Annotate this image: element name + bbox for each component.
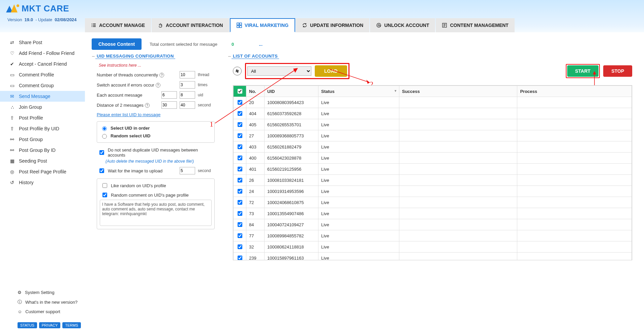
stop-button[interactable]: STOP (603, 65, 632, 77)
sidebar-item-post-profile-uid[interactable]: ⇧Post Profile By UID (0, 123, 85, 134)
table-row[interactable]: 26100081033824181Live (234, 175, 632, 186)
row-success (399, 119, 517, 130)
row-no: 27 (246, 130, 265, 141)
table-row[interactable]: 24100019314953596Live (234, 186, 632, 197)
table-row[interactable]: 40161560219125956Live (234, 164, 632, 175)
row-no: 403 (246, 141, 265, 153)
sidebar-item-post-profile[interactable]: ⇧Post Profile (0, 112, 85, 123)
row-uid: 100089984855782 (265, 230, 318, 241)
row-status: Live (318, 197, 399, 208)
tab-unlock-account[interactable]: UNLOCK ACCOUNT (370, 18, 435, 32)
sidebar-item-post-reel[interactable]: ◎Post Reel Page Profile (0, 166, 85, 177)
help-icon[interactable]: ? (159, 73, 164, 77)
row-success (399, 130, 517, 141)
row-checkbox[interactable] (234, 175, 246, 186)
enter-uid-list-link[interactable]: Please enter list UID to message (97, 112, 160, 117)
dist-to-input[interactable] (180, 101, 195, 109)
table-row[interactable]: 73100013554907486Live (234, 208, 632, 219)
row-checkbox[interactable] (234, 208, 246, 219)
each-to-input[interactable] (180, 91, 195, 99)
chevron-down-icon[interactable]: ▾ (395, 89, 396, 93)
row-checkbox[interactable] (234, 153, 246, 164)
row-no: 400 (246, 153, 265, 164)
col-success[interactable]: Success (399, 86, 517, 97)
row-uid: 100013554907486 (265, 208, 318, 219)
upload-icon: ⇧ (10, 115, 16, 121)
random-actions-box: Like random on UID's profile Random comm… (97, 178, 215, 229)
row-process (517, 208, 632, 219)
table-row[interactable]: 77100089984855782Live (234, 230, 632, 241)
row-checkbox[interactable] (234, 164, 246, 175)
sidebar-item-comment-profile[interactable]: ▭Comment Profile (0, 69, 85, 80)
col-status[interactable]: Status▾ (318, 86, 399, 97)
whats-new-link[interactable]: ⓘWhat's in the new version? (18, 297, 78, 307)
table-row[interactable]: 27100089368805773Live (234, 130, 632, 141)
row-checkbox[interactable] (234, 219, 246, 230)
row-success (399, 208, 517, 219)
help-icon[interactable]: ? (145, 103, 150, 108)
dist-from-input[interactable] (161, 101, 177, 109)
switch-input[interactable] (180, 81, 195, 89)
radio-random[interactable] (102, 134, 107, 139)
sidebar-item-post-group[interactable]: ⚯Post Group (0, 134, 85, 145)
row-checkbox[interactable] (234, 230, 246, 241)
table-row[interactable]: 40361560261882479Live (234, 141, 632, 153)
sidebar-item-add-friend[interactable]: ♡Add Friend - Follow Friend (0, 48, 85, 59)
table-row[interactable]: 40061560423028878Live (234, 153, 632, 164)
tab-update-information[interactable]: UPDATE INFORMATION (296, 18, 369, 32)
table-row[interactable]: 84100040724109427Live (234, 219, 632, 230)
radio-order[interactable] (102, 126, 107, 131)
sidebar-item-post-group-id[interactable]: ⚯Post Group By ID (0, 145, 85, 156)
row-process (517, 141, 632, 153)
pill-status[interactable]: STATUS (18, 322, 37, 328)
sidebar-item-comment-group[interactable]: ▭Comment Group (0, 80, 85, 91)
choose-content-button[interactable]: Choose Content (92, 38, 142, 50)
row-status: Live (318, 219, 399, 230)
brand-name: MKT CARE (22, 3, 69, 14)
checkbox-random-comment-label: Random comment on UID's page profile (111, 193, 189, 198)
sidebar-item-seeding-post[interactable]: ▦Seeding Post (0, 156, 85, 166)
content-more-link[interactable]: ... (259, 42, 263, 47)
checkbox-nodup[interactable] (99, 150, 104, 155)
row-checkbox[interactable] (234, 186, 246, 197)
sidebar-item-history[interactable]: ↺History (0, 177, 85, 188)
row-process (517, 119, 632, 130)
row-checkbox[interactable] (234, 253, 246, 261)
row-checkbox[interactable] (234, 241, 246, 253)
threads-input[interactable] (180, 71, 195, 78)
wait-seconds-input[interactable] (180, 167, 195, 174)
tab-account-manage[interactable]: ACCOUNT MANAGE (85, 18, 151, 32)
row-checkbox[interactable] (234, 197, 246, 208)
system-setting-link[interactable]: ⚙System Setting (18, 288, 78, 297)
tab-account-interaction[interactable]: ACCOUNT INTERACTION (152, 18, 229, 32)
table-row[interactable]: 239100015897961163Live (234, 253, 632, 261)
row-uid: 100019314953596 (265, 186, 318, 197)
help-icon[interactable]: ? (156, 83, 160, 88)
pill-terms[interactable]: TERMS (62, 322, 81, 328)
tab-content-management[interactable]: CONTENT MANAGEMENT (436, 18, 514, 32)
sidebar-item-share-post[interactable]: ⇄Share Post (0, 37, 85, 48)
each-from-input[interactable] (161, 91, 177, 99)
pill-privacy[interactable]: PRIVACY (39, 322, 60, 328)
comment-text-area[interactable] (100, 200, 212, 226)
total-content-count: 0 (232, 42, 234, 47)
customer-support-link[interactable]: ☺Customer support (18, 307, 78, 316)
row-checkbox[interactable] (234, 141, 246, 153)
see-instructions-link[interactable]: See instructions here ... (99, 63, 215, 68)
row-success (399, 141, 517, 153)
checkbox-wait-label: Wait for the image to upload (108, 168, 177, 173)
radio-random-label: Random select UID (111, 133, 150, 138)
row-checkbox[interactable] (234, 130, 246, 141)
tab-viral-marketing[interactable]: VIRAL MARKETING (230, 18, 295, 32)
sidebar-item-accept-cancel[interactable]: ✔Accept - Cancel Friend (0, 59, 85, 69)
group-icon: ⛬ (10, 104, 16, 110)
table-row[interactable]: 72100024068610875Live (234, 197, 632, 208)
table-row[interactable]: 32100080624118818Live (234, 241, 632, 253)
checkbox-like-random[interactable] (102, 183, 107, 188)
checkbox-wait-upload[interactable] (99, 168, 104, 173)
sidebar-item-join-group[interactable]: ⛬Join Group (0, 102, 85, 112)
col-process[interactable]: Process (517, 86, 632, 97)
info-icon: ⓘ (18, 299, 22, 305)
checkbox-random-comment[interactable] (102, 193, 107, 197)
sidebar-item-send-message[interactable]: ✉Send Message (0, 91, 85, 102)
